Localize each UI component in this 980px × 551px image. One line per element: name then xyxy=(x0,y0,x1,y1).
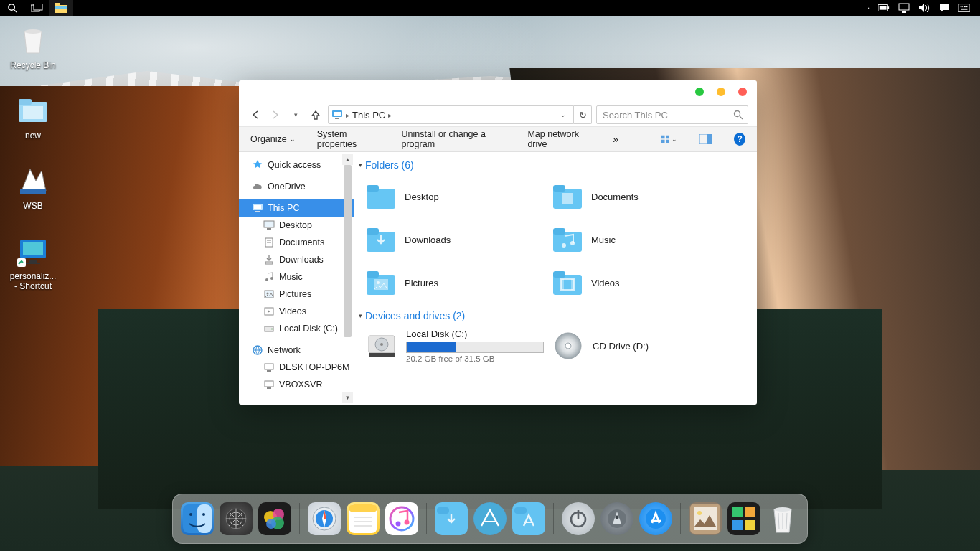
view-options-button[interactable]: ⌄ xyxy=(661,131,677,147)
chevron-right-icon[interactable]: ▸ xyxy=(388,111,392,119)
tree-network[interactable]: Network xyxy=(239,342,354,359)
new-folder-desktop-icon[interactable]: new xyxy=(4,93,62,141)
svg-point-89 xyxy=(202,513,205,516)
search-input[interactable] xyxy=(601,109,733,121)
file-explorer-taskbar-icon[interactable] xyxy=(49,0,73,16)
search-icon[interactable] xyxy=(733,110,743,120)
hdd-icon xyxy=(263,323,275,334)
close-button[interactable] xyxy=(738,88,747,96)
itunes-dock-icon[interactable] xyxy=(385,502,418,535)
folder-pictures[interactable]: Pictures xyxy=(364,261,551,304)
personalization-shortcut-desktop-icon[interactable]: personaliz... - Shortcut xyxy=(4,234,62,291)
tree-documents[interactable]: Documents xyxy=(239,234,354,251)
tree-this-pc[interactable]: This PC xyxy=(239,199,354,217)
svg-rect-64 xyxy=(562,193,573,204)
tree-pictures[interactable]: Pictures xyxy=(239,286,354,303)
settings-dock-icon[interactable] xyxy=(220,502,253,535)
downloads-folder-dock-icon[interactable] xyxy=(435,502,468,535)
tree-onedrive[interactable]: OneDrive xyxy=(239,178,354,195)
notes-dock-icon[interactable] xyxy=(347,502,380,535)
svg-point-109 xyxy=(396,522,401,527)
back-button[interactable] xyxy=(248,106,263,123)
svg-rect-24 xyxy=(23,242,43,255)
svg-rect-38 xyxy=(707,134,712,144)
search-button[interactable] xyxy=(0,0,24,16)
recent-dropdown[interactable]: ▾ xyxy=(288,106,303,123)
action-center-icon[interactable] xyxy=(938,3,950,13)
chevron-right-icon[interactable]: ▸ xyxy=(346,111,349,119)
tree-desktop[interactable]: Desktop xyxy=(239,217,354,234)
tree-scrollbar[interactable]: ▲ ▼ xyxy=(342,154,353,403)
map-network-drive-button[interactable]: Map network drive xyxy=(527,129,591,149)
maximize-button[interactable] xyxy=(717,88,725,96)
keyboard-icon[interactable] xyxy=(958,3,970,13)
computer-icon xyxy=(263,362,275,373)
grid-apps-dock-icon[interactable] xyxy=(727,502,760,535)
folder-downloads[interactable]: Downloads xyxy=(364,218,551,261)
window-titlebar[interactable] xyxy=(239,80,757,103)
tree-network-host1[interactable]: DESKTOP-DP6M xyxy=(239,359,354,376)
task-view-button[interactable] xyxy=(24,0,49,16)
tree-music[interactable]: Music xyxy=(239,268,354,286)
svg-point-31 xyxy=(735,111,740,117)
launchpad-dock-icon[interactable] xyxy=(600,502,633,535)
folder-desktop[interactable]: Desktop xyxy=(364,175,551,218)
breadcrumb-segment[interactable]: This PC xyxy=(352,110,385,121)
svg-rect-116 xyxy=(514,507,527,514)
power-dock-icon[interactable] xyxy=(562,502,595,535)
preview-pane-button[interactable] xyxy=(699,131,712,147)
svg-rect-129 xyxy=(745,507,755,517)
drives-group-header[interactable]: ▾Devices and drives (2) xyxy=(354,309,754,326)
network-icon[interactable] xyxy=(898,3,910,13)
battery-icon[interactable] xyxy=(878,3,890,13)
folder-documents[interactable]: Documents xyxy=(551,175,738,218)
organize-menu[interactable]: Organize⌄ xyxy=(250,134,296,144)
help-button[interactable]: ? xyxy=(734,133,745,146)
os-circle-dock-icon[interactable] xyxy=(473,502,507,535)
uninstall-program-button[interactable]: Uninstall or change a program xyxy=(402,129,507,149)
game-center-dock-icon[interactable] xyxy=(258,502,291,535)
system-properties-button[interactable]: System properties xyxy=(317,129,380,149)
tree-videos[interactable]: Videos xyxy=(239,303,354,320)
recycle-bin-desktop-icon[interactable]: Recycle Bin xyxy=(4,23,62,70)
trash-dock-icon[interactable] xyxy=(766,502,799,535)
svg-point-132 xyxy=(774,507,791,512)
applications-folder-dock-icon[interactable] xyxy=(512,502,545,535)
scroll-down-button[interactable]: ▼ xyxy=(342,392,353,403)
svg-point-121 xyxy=(616,516,619,519)
tree-network-host2[interactable]: VBOXSVR xyxy=(239,376,354,393)
scroll-up-button[interactable]: ▲ xyxy=(342,154,353,165)
drive-local-disk-c[interactable]: Local Disk (C:) 20.2 GB free of 31.5 GB xyxy=(364,326,551,366)
more-commands-button[interactable]: » xyxy=(613,133,618,145)
wsb-desktop-icon[interactable]: WSB xyxy=(4,164,62,211)
tree-local-disk-c[interactable]: Local Disk (C:) xyxy=(239,320,354,337)
search-box[interactable] xyxy=(596,105,748,124)
breadcrumb-history-dropdown[interactable]: ⌄ xyxy=(556,111,570,118)
hdd-icon xyxy=(366,330,397,362)
folder-icon xyxy=(552,226,583,253)
folder-icon xyxy=(366,183,396,210)
refresh-button[interactable]: ↻ xyxy=(574,105,592,124)
tree-quick-access[interactable]: Quick access xyxy=(239,156,354,174)
app-store-dock-icon[interactable] xyxy=(639,502,672,535)
dock xyxy=(172,494,808,544)
safari-dock-icon[interactable] xyxy=(308,502,341,535)
svg-rect-112 xyxy=(437,507,449,514)
picture-tile-dock-icon[interactable] xyxy=(689,502,722,535)
scroll-thumb[interactable] xyxy=(344,165,352,337)
volume-icon[interactable] xyxy=(918,3,930,13)
folders-group-header[interactable]: ▾Folders (6) xyxy=(354,158,754,175)
svg-rect-66 xyxy=(367,228,379,235)
forward-button[interactable] xyxy=(268,106,283,123)
svg-rect-78 xyxy=(561,279,564,290)
folder-music[interactable]: Music xyxy=(551,218,738,261)
svg-rect-58 xyxy=(265,381,273,387)
breadcrumb-bar[interactable]: ▸ This PC ▸ ⌄ xyxy=(328,105,574,124)
minimize-button[interactable] xyxy=(695,88,704,96)
drive-cd-d[interactable]: CD Drive (D:) xyxy=(551,326,738,366)
tree-downloads[interactable]: Downloads xyxy=(239,251,354,268)
up-button[interactable] xyxy=(308,106,324,123)
folder-videos[interactable]: Videos xyxy=(551,261,738,304)
svg-rect-13 xyxy=(961,6,962,7)
finder-dock-icon[interactable] xyxy=(181,502,214,535)
